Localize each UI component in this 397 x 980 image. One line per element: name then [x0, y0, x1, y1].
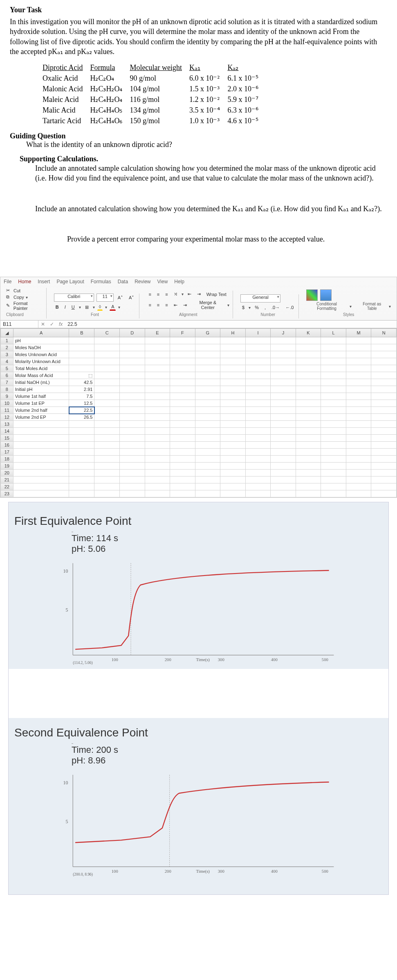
cell[interactable]: [271, 435, 296, 442]
cell[interactable]: [220, 435, 246, 442]
cell[interactable]: [321, 442, 346, 449]
cell[interactable]: [13, 449, 69, 456]
cell[interactable]: [120, 372, 145, 379]
cell[interactable]: [170, 393, 195, 400]
cell[interactable]: [94, 463, 120, 470]
cell[interactable]: [69, 351, 94, 358]
cell[interactable]: [271, 365, 296, 372]
cell[interactable]: [296, 449, 321, 456]
cell[interactable]: [120, 407, 145, 414]
cell[interactable]: [195, 344, 220, 351]
row-header[interactable]: 12: [1, 414, 13, 421]
cell[interactable]: [145, 421, 170, 428]
cell[interactable]: [245, 421, 271, 428]
cell[interactable]: [245, 393, 271, 400]
copy-button[interactable]: Copy: [13, 295, 24, 300]
cell[interactable]: [371, 358, 397, 365]
cell[interactable]: [371, 400, 397, 407]
cell[interactable]: [321, 428, 346, 435]
cell[interactable]: [170, 476, 195, 483]
column-header[interactable]: C: [94, 329, 120, 337]
cell[interactable]: [296, 407, 321, 414]
cell[interactable]: [170, 470, 195, 476]
cell[interactable]: [296, 470, 321, 476]
cell[interactable]: [94, 365, 120, 372]
cell[interactable]: [245, 442, 271, 449]
cell[interactable]: [271, 456, 296, 463]
cell[interactable]: [69, 456, 94, 463]
cell[interactable]: [120, 344, 145, 351]
cell[interactable]: [120, 400, 145, 407]
cell[interactable]: [245, 449, 271, 456]
font-size-select[interactable]: 11: [96, 294, 114, 302]
cell[interactable]: [94, 428, 120, 435]
cell[interactable]: [220, 414, 246, 421]
cell[interactable]: [220, 476, 246, 483]
row-header[interactable]: 1: [1, 337, 13, 344]
row-header[interactable]: 8: [1, 386, 13, 393]
cell[interactable]: [371, 490, 397, 497]
align-right-icon[interactable]: ≡: [164, 302, 169, 308]
cell[interactable]: [220, 456, 246, 463]
cell[interactable]: [94, 344, 120, 351]
cell[interactable]: [245, 428, 271, 435]
cell[interactable]: [296, 476, 321, 483]
row-header[interactable]: 11: [1, 407, 13, 414]
indent-dec-icon[interactable]: ⇤: [186, 291, 193, 298]
cell[interactable]: [271, 490, 296, 497]
italic-button[interactable]: I: [63, 304, 67, 310]
font-name-select[interactable]: Calibri: [54, 294, 94, 302]
cell[interactable]: [245, 470, 271, 476]
decrease-font-icon[interactable]: A˅: [127, 294, 136, 301]
cell[interactable]: [220, 344, 246, 351]
cell[interactable]: [371, 442, 397, 449]
cell[interactable]: [145, 365, 170, 372]
cell[interactable]: [170, 435, 195, 442]
cell[interactable]: [195, 442, 220, 449]
cell[interactable]: [13, 435, 69, 442]
cell[interactable]: [271, 483, 296, 490]
cell[interactable]: [371, 386, 397, 393]
cell[interactable]: 22.5: [69, 407, 94, 414]
cell[interactable]: [346, 351, 371, 358]
cell[interactable]: [94, 449, 120, 456]
cell[interactable]: [371, 337, 397, 344]
cell[interactable]: [195, 358, 220, 365]
cell[interactable]: [170, 337, 195, 344]
cell[interactable]: [69, 463, 94, 470]
cell[interactable]: [145, 470, 170, 476]
row-header[interactable]: 9: [1, 393, 13, 400]
cell[interactable]: [220, 337, 246, 344]
cell[interactable]: [371, 463, 397, 470]
increase-font-icon[interactable]: A˄: [116, 294, 125, 301]
cell[interactable]: [296, 351, 321, 358]
cell[interactable]: [195, 435, 220, 442]
merge-center-button[interactable]: Merge & Center: [191, 299, 225, 311]
cell[interactable]: [145, 428, 170, 435]
row-header[interactable]: 3: [1, 351, 13, 358]
cell[interactable]: [296, 456, 321, 463]
number-format-select[interactable]: General: [240, 294, 280, 303]
column-header[interactable]: E: [145, 329, 170, 337]
cell[interactable]: [13, 490, 69, 497]
cell[interactable]: [245, 358, 271, 365]
ribbon-tab[interactable]: Insert: [38, 279, 50, 285]
cell[interactable]: [271, 393, 296, 400]
cell[interactable]: [371, 470, 397, 476]
cell[interactable]: [195, 490, 220, 497]
cell[interactable]: [69, 449, 94, 456]
cell[interactable]: [321, 449, 346, 456]
cell[interactable]: Volume 1st half: [13, 393, 69, 400]
cell[interactable]: [170, 372, 195, 379]
cell[interactable]: Volume 1st EP: [13, 400, 69, 407]
cell[interactable]: [145, 483, 170, 490]
column-header[interactable]: L: [321, 329, 346, 337]
cell[interactable]: [120, 449, 145, 456]
cell[interactable]: [346, 365, 371, 372]
cell[interactable]: [321, 435, 346, 442]
cell[interactable]: [346, 421, 371, 428]
row-header[interactable]: 21: [1, 476, 13, 483]
column-header[interactable]: J: [271, 329, 296, 337]
cell[interactable]: [296, 372, 321, 379]
cell[interactable]: [371, 435, 397, 442]
